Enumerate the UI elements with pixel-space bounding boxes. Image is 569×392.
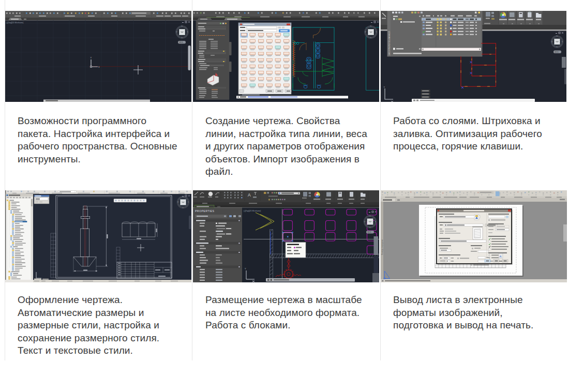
svg-text:WCS: WCS bbox=[368, 231, 371, 233]
svg-text:PROPERTIES: PROPERTIES bbox=[195, 209, 214, 213]
svg-text:X: X bbox=[98, 66, 100, 68]
svg-text:Y: Y bbox=[91, 56, 92, 59]
svg-text:WCS: WCS bbox=[179, 41, 183, 43]
svg-text:Команды-посредники: Команды-посредники bbox=[381, 239, 383, 255]
svg-text:[-][Top][2D Wireframe]: [-][Top][2D Wireframe] bbox=[6, 22, 23, 24]
svg-text:A: A bbox=[248, 192, 251, 198]
svg-text:A: A bbox=[500, 255, 502, 258]
svg-text:[-][Top][2D Wireframe]: [-][Top][2D Wireframe] bbox=[244, 210, 261, 212]
svg-text:Y: Y bbox=[384, 86, 385, 88]
svg-text:LAYER PROPERTIES MANAGER: LAYER PROPERTIES MANAGER bbox=[388, 31, 391, 55]
svg-text:WCS: WCS bbox=[555, 51, 559, 53]
svg-text:Y: Y bbox=[245, 267, 246, 270]
